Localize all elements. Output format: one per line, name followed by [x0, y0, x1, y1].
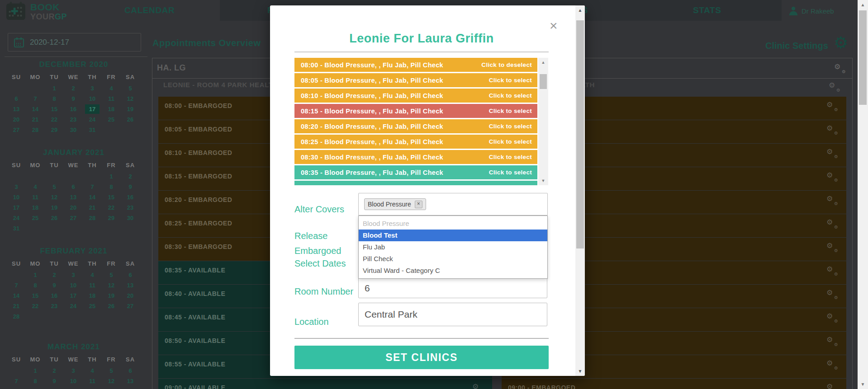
calendar-day[interactable]: 18 [104, 104, 119, 114]
time-slot[interactable]: 08:05 - Blood Pressure, , Flu Jab, Pill … [294, 73, 537, 87]
panel-settings-cogs-icon[interactable]: ⚙ ⚙ [834, 63, 845, 73]
calendar-day[interactable]: 11 [85, 376, 100, 386]
calendar-day[interactable]: 9 [47, 281, 62, 290]
calendar-day[interactable]: 7 [9, 376, 24, 386]
row-settings-cogs-icon[interactable]: ⚙ ⚙ [472, 383, 483, 389]
calendar-day[interactable]: 28 [85, 213, 100, 223]
calendar-day[interactable]: 27 [123, 301, 138, 311]
time-slot[interactable]: 08:15 - Blood Pressure, , Flu Jab, Pill … [294, 104, 537, 118]
row-settings-cogs-icon[interactable]: ⚙ ⚙ [826, 313, 837, 323]
calendar-day[interactable]: 30 [123, 213, 138, 223]
calendar-day[interactable]: 6 [123, 366, 138, 375]
calendar-day[interactable]: 2 [123, 172, 138, 181]
calendar-day[interactable]: 1 [47, 84, 62, 93]
calendar-day[interactable]: 15 [47, 104, 62, 114]
calendar-day[interactable]: 3 [85, 84, 100, 93]
calendar-day[interactable]: 25 [28, 213, 43, 223]
nav-tab-calendar[interactable]: CALENDAR [124, 5, 175, 15]
row-settings-cogs-icon[interactable]: ⚙ ⚙ [826, 195, 837, 205]
room-number-input[interactable] [358, 278, 547, 298]
calendar-day[interactable]: 11 [104, 94, 119, 103]
calendar-day[interactable]: 5 [47, 182, 62, 192]
calendar-day[interactable]: 24 [66, 301, 81, 311]
calendar-day[interactable]: 9 [123, 182, 138, 192]
calendar-day[interactable]: 23 [66, 115, 81, 124]
calendar-day[interactable]: 12 [104, 376, 119, 386]
calendar-day[interactable]: 13 [123, 281, 138, 290]
time-slot[interactable]: 08:40 - Blood Pressure, , Flu Jab, Pill … [294, 181, 537, 185]
calendar-day[interactable]: 11 [85, 281, 100, 290]
scroll-down-icon[interactable]: ▼ [575, 369, 585, 374]
slot-list-scroll-thumb[interactable] [540, 74, 547, 89]
calendar-day[interactable]: 20 [66, 203, 81, 212]
calendar-day[interactable]: 20 [123, 291, 138, 300]
calendar-day[interactable]: 24 [85, 115, 100, 124]
calendar-day[interactable]: 13 [9, 104, 24, 114]
calendar-day[interactable]: 29 [104, 213, 119, 223]
dropdown-option[interactable]: Flu Jab [359, 241, 547, 253]
calendar-day[interactable]: 5 [104, 366, 119, 375]
calendar-day[interactable]: 30 [66, 125, 81, 135]
calendar-day[interactable]: 28 [9, 312, 24, 321]
calendar-day[interactable]: 26 [123, 115, 138, 124]
calendar-day[interactable]: 17 [9, 203, 24, 212]
dropdown-option[interactable]: Blood Pressure [359, 218, 547, 230]
calendar-day[interactable]: 22 [104, 203, 119, 212]
calendar-day[interactable]: 6 [9, 94, 24, 103]
time-slot[interactable]: 08:35 - Blood Pressure, , Flu Jab, Pill … [294, 165, 537, 179]
time-slot[interactable]: 08:00 - Blood Pressure, , Flu Jab, Pill … [294, 58, 537, 72]
calendar-day[interactable]: 7 [85, 182, 100, 192]
calendar-day[interactable]: 10 [66, 376, 81, 386]
calendar-day[interactable]: 18 [28, 203, 43, 212]
scroll-down-icon[interactable]: ▼ [858, 382, 868, 387]
calendar-day[interactable]: 20 [9, 115, 24, 124]
clinic-settings-gear-icon[interactable]: ⚙ [834, 33, 848, 52]
calendar-day[interactable]: 24 [9, 213, 24, 223]
row-settings-cogs-icon[interactable]: ⚙ ⚙ [826, 101, 837, 111]
calendar-day[interactable]: 1 [104, 172, 119, 181]
appointment-row[interactable]: 09:00 - AVAILABLE ⚙ ⚙ [158, 379, 492, 389]
calendar-day[interactable]: 19 [47, 203, 62, 212]
modal-scrollbar[interactable]: ▲ ▼ [575, 5, 585, 376]
calendar-day[interactable]: 15 [28, 291, 43, 300]
row-settings-cogs-icon[interactable]: ⚙ ⚙ [826, 219, 837, 229]
calendar-day[interactable]: 27 [9, 125, 24, 135]
calendar-day[interactable]: 16 [123, 192, 138, 202]
calendar-day[interactable]: 15 [104, 192, 119, 202]
calendar-day[interactable]: 7 [9, 281, 24, 290]
scroll-up-icon[interactable]: ▲ [538, 60, 548, 65]
calendar-day[interactable]: 10 [9, 192, 24, 202]
row-settings-cogs-icon[interactable]: ⚙ ⚙ [826, 336, 837, 346]
appointment-row[interactable]: 09:00 - EMBARGOED ⚙ ⚙ [502, 379, 846, 389]
remove-tag-icon[interactable]: × [415, 201, 422, 208]
calendar-day[interactable]: 9 [66, 94, 81, 103]
calendar-day[interactable]: 12 [47, 192, 62, 202]
scroll-down-icon[interactable]: ▼ [538, 178, 548, 183]
calendar-day[interactable]: 1 [28, 366, 43, 375]
calendar-day[interactable]: 16 [47, 291, 62, 300]
calendar-day[interactable]: 31 [9, 224, 24, 233]
modal-scroll-thumb[interactable] [576, 20, 584, 248]
page-scroll-thumb[interactable] [859, 10, 867, 105]
calendar-day[interactable]: 29 [47, 125, 62, 135]
set-clinics-button[interactable]: SET CLINICS [294, 346, 549, 369]
calendar-day[interactable]: 19 [123, 104, 138, 114]
calendar-day[interactable]: 22 [28, 301, 43, 311]
date-picker-input[interactable]: 2020-12-17 [8, 33, 141, 52]
time-slot[interactable]: 08:10 - Blood Pressure, , Flu Jab, Pill … [294, 89, 537, 103]
calendar-day[interactable]: 25 [85, 301, 100, 311]
calendar-day[interactable]: 25 [104, 115, 119, 124]
calendar-day[interactable]: 17 [66, 291, 81, 300]
calendar-day[interactable]: 13 [123, 376, 138, 386]
row-settings-cogs-icon[interactable]: ⚙ ⚙ [826, 242, 837, 252]
calendar-day[interactable]: 28 [28, 125, 43, 135]
calendar-day[interactable]: 21 [28, 115, 43, 124]
calendar-day[interactable]: 14 [85, 192, 100, 202]
row-settings-cogs-icon[interactable]: ⚙ ⚙ [826, 383, 837, 389]
calendar-day[interactable]: 16 [66, 104, 81, 114]
calendar-day[interactable]: 27 [66, 213, 81, 223]
calendar-day[interactable]: 8 [28, 376, 43, 386]
calendar-day[interactable]: 2 [66, 84, 81, 93]
calendar-day[interactable]: 31 [85, 125, 100, 135]
calendar-day[interactable]: 11 [28, 192, 43, 202]
